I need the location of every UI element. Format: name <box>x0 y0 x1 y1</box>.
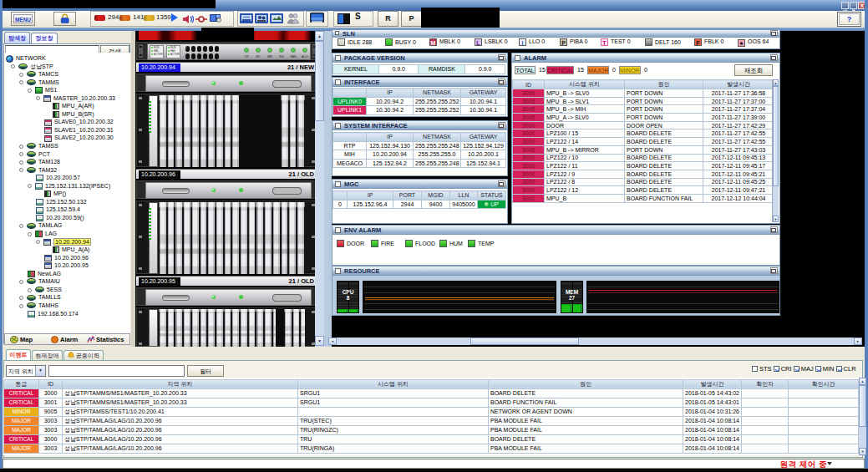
svg-text:RG: RG <box>279 55 284 58</box>
svg-text:MJ: MJ <box>256 55 261 58</box>
svg-text:MN: MN <box>267 55 272 58</box>
svg-text:ACO: ACO <box>302 55 308 58</box>
svg-text:FAN: FAN <box>291 55 297 58</box>
svg-text:CR: CR <box>244 55 249 58</box>
